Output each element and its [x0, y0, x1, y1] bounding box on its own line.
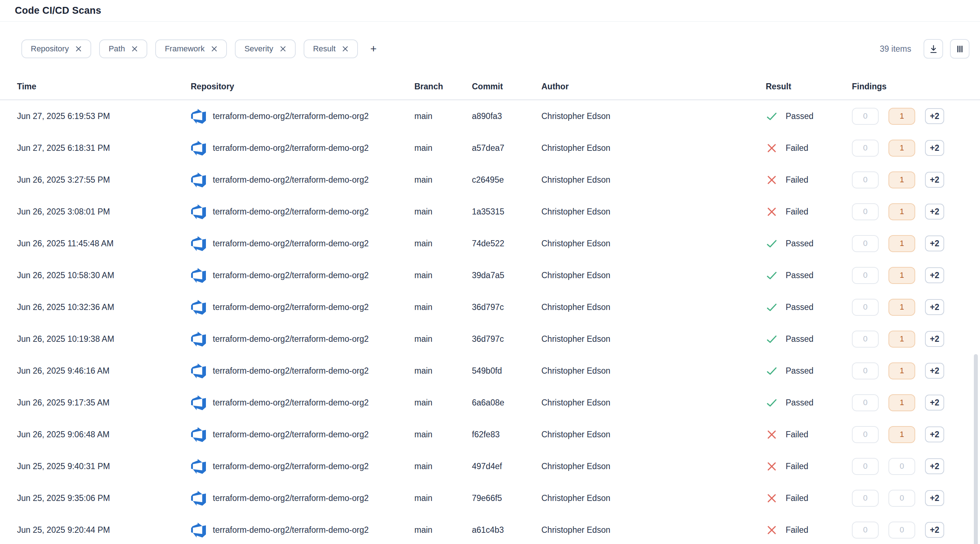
findings-badge[interactable]: 1	[888, 203, 915, 220]
findings-badge[interactable]: +2	[925, 458, 944, 474]
findings-badge[interactable]: 1	[888, 362, 915, 379]
findings-badge[interactable]: +2	[925, 235, 944, 251]
table-row[interactable]: Jun 26, 2025 10:58:30 AM terraform-demo-…	[0, 259, 980, 291]
table-row[interactable]: Jun 26, 2025 9:46:16 AM terraform-demo-o…	[0, 355, 980, 387]
azure-devops-icon	[191, 205, 206, 219]
findings-badge: 0	[888, 490, 915, 507]
findings-badge[interactable]: 1	[888, 299, 915, 316]
repository-name: terraform-demo-org2/terraform-demo-org2	[213, 239, 369, 249]
columns-button[interactable]	[950, 39, 969, 59]
findings-badge: 0	[852, 394, 879, 411]
author-cell: Christopher Edson	[541, 493, 766, 503]
column-header-time[interactable]: Time	[17, 82, 191, 92]
findings-badge[interactable]: +2	[925, 331, 944, 347]
commit-cell: 1a35315	[472, 207, 541, 217]
table-row[interactable]: Jun 25, 2025 9:20:44 PM terraform-demo-o…	[0, 514, 980, 544]
table-row[interactable]: Jun 26, 2025 10:19:38 AM terraform-demo-…	[0, 323, 980, 355]
repository-name: terraform-demo-org2/terraform-demo-org2	[213, 143, 369, 153]
author-cell: Christopher Edson	[541, 143, 766, 153]
findings-badge[interactable]: 1	[888, 426, 915, 443]
author-cell: Christopher Edson	[541, 175, 766, 185]
findings-badge: 0	[852, 203, 879, 220]
findings-badge: 0	[852, 267, 879, 284]
time-cell: Jun 26, 2025 3:27:55 PM	[17, 175, 191, 185]
column-header-result[interactable]: Result	[766, 82, 852, 92]
table-row[interactable]: Jun 25, 2025 9:35:06 PM terraform-demo-o…	[0, 482, 980, 514]
table-row[interactable]: Jun 26, 2025 3:08:01 PM terraform-demo-o…	[0, 196, 980, 227]
findings-badge[interactable]: +2	[925, 490, 944, 506]
azure-devops-icon	[191, 268, 206, 283]
column-header-commit[interactable]: Commit	[472, 82, 541, 92]
findings-badge[interactable]: 1	[888, 140, 915, 157]
column-header-repository[interactable]: Repository	[191, 82, 414, 92]
findings-badge[interactable]: 1	[888, 171, 915, 189]
download-button[interactable]	[924, 39, 943, 59]
result-label: Failed	[786, 207, 808, 217]
result-cell: Passed	[766, 270, 852, 281]
findings-cell: 00+2	[852, 458, 980, 475]
result-cell: Failed	[766, 492, 852, 504]
table-row[interactable]: Jun 26, 2025 9:17:35 AM terraform-demo-o…	[0, 387, 980, 419]
findings-badge[interactable]: +2	[925, 427, 944, 442]
vertical-scrollbar[interactable]	[974, 354, 978, 544]
findings-badge[interactable]: +2	[925, 204, 944, 220]
time-cell: Jun 26, 2025 11:45:48 AM	[17, 239, 191, 249]
time-cell: Jun 26, 2025 9:17:35 AM	[17, 398, 191, 408]
column-header-author[interactable]: Author	[541, 82, 766, 92]
branch-cell: main	[414, 366, 472, 376]
remove-filter-icon[interactable]	[210, 45, 218, 53]
failed-x-icon	[766, 428, 778, 441]
passed-check-icon	[766, 397, 778, 409]
branch-cell: main	[414, 175, 472, 185]
filter-chip-framework[interactable]: Framework	[155, 40, 227, 58]
remove-filter-icon[interactable]	[341, 45, 349, 53]
table-row[interactable]: Jun 26, 2025 11:45:48 AM terraform-demo-…	[0, 227, 980, 259]
table-row[interactable]: Jun 26, 2025 9:06:48 AM terraform-demo-o…	[0, 419, 980, 450]
remove-filter-icon[interactable]	[75, 45, 83, 53]
findings-cell: 01+2	[852, 267, 980, 284]
filter-chip-repository[interactable]: Repository	[21, 40, 91, 58]
filter-chip-severity[interactable]: Severity	[235, 40, 295, 58]
repository-name: terraform-demo-org2/terraform-demo-org2	[213, 175, 369, 185]
commit-cell: 6a6a08e	[472, 398, 541, 408]
filter-chip-result[interactable]: Result	[304, 40, 358, 58]
table-row[interactable]: Jun 27, 2025 6:18:31 PM terraform-demo-o…	[0, 132, 980, 164]
result-label: Passed	[786, 334, 813, 344]
findings-badge[interactable]: +2	[925, 172, 944, 188]
filter-chip-path[interactable]: Path	[99, 40, 147, 58]
table-row[interactable]: Jun 25, 2025 9:40:31 PM terraform-demo-o…	[0, 450, 980, 482]
table-row[interactable]: Jun 26, 2025 10:32:36 AM terraform-demo-…	[0, 291, 980, 323]
table-row[interactable]: Jun 26, 2025 3:27:55 PM terraform-demo-o…	[0, 164, 980, 196]
column-header-findings[interactable]: Findings	[852, 82, 980, 92]
commit-cell: a890fa3	[472, 111, 541, 121]
column-header-branch[interactable]: Branch	[414, 82, 472, 92]
branch-cell: main	[414, 493, 472, 503]
passed-check-icon	[766, 270, 778, 281]
repository-cell: terraform-demo-org2/terraform-demo-org2	[191, 109, 414, 124]
author-cell: Christopher Edson	[541, 302, 766, 312]
findings-badge[interactable]: 1	[888, 108, 915, 125]
table-row[interactable]: Jun 27, 2025 6:19:53 PM terraform-demo-o…	[0, 100, 980, 132]
remove-filter-icon[interactable]	[130, 45, 138, 53]
findings-badge[interactable]: 1	[888, 331, 915, 347]
findings-badge[interactable]: +2	[925, 522, 944, 538]
findings-badge[interactable]: +2	[925, 363, 944, 379]
findings-badge[interactable]: 1	[888, 267, 915, 284]
findings-badge[interactable]: +2	[925, 395, 944, 411]
findings-badge[interactable]: +2	[925, 299, 944, 315]
result-label: Passed	[786, 302, 813, 312]
findings-badge[interactable]: +2	[925, 108, 944, 124]
findings-badge: 0	[852, 108, 879, 125]
findings-badge[interactable]: 1	[888, 394, 915, 411]
branch-cell: main	[414, 334, 472, 344]
findings-badge[interactable]: 1	[888, 235, 915, 252]
remove-filter-icon[interactable]	[279, 45, 287, 53]
commit-cell: c26495e	[472, 175, 541, 185]
filter-bar-right: 39 items	[880, 39, 969, 59]
findings-badge[interactable]: +2	[925, 140, 944, 156]
commit-cell: 36d797c	[472, 334, 541, 344]
author-cell: Christopher Edson	[541, 271, 766, 280]
findings-badge[interactable]: +2	[925, 267, 944, 283]
passed-check-icon	[766, 110, 778, 122]
add-filter-button[interactable]: +	[370, 43, 377, 54]
